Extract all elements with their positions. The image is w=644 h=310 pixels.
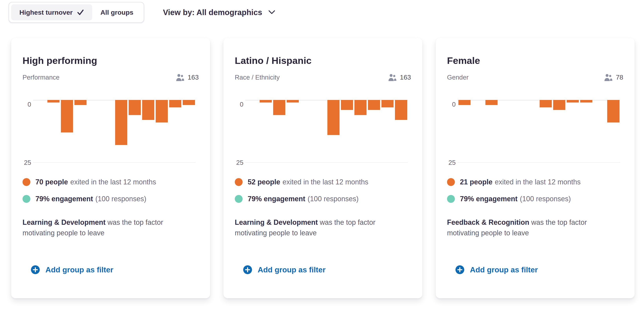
group-card-high-performing: High performing Performance 163 0 25 70 … [11,38,210,298]
exit-count-bar [567,100,579,103]
exits-legend-row: 21 people exited in the last 12 months [447,178,623,186]
exits-bar-chart: 0 25 [235,100,411,168]
exit-count-bar [287,100,299,103]
exits-text: exited in the last 12 months [282,178,368,186]
bar-slot [326,100,340,135]
bar-slot [128,100,141,115]
exit-count-bar [341,100,353,110]
group-category: Race / Ethnicity [235,74,280,81]
exit-count-bar [260,100,272,103]
exits-text: exited in the last 12 months [70,178,156,186]
exit-count-bar [540,100,552,107]
group-category: Gender [447,74,468,81]
tab-all-groups-label: All groups [100,9,133,16]
bar-slot [458,100,471,105]
add-group-as-filter-label: Add group as filter [46,265,113,274]
bar-slot [566,100,580,103]
group-title: High performing [22,55,199,67]
legend: 21 people exited in the last 12 months 7… [447,178,623,203]
plus-circle-icon [243,265,252,274]
y-tick-25: 25 [447,159,456,166]
bar-slot [272,100,286,115]
group-meta-row: Gender 78 [447,73,623,82]
group-view-segmented-control: Highest turnover All groups [8,2,144,23]
exit-count-bar [607,100,619,122]
plus-circle-icon [455,265,464,274]
toolbar: Highest turnover All groups View by: All… [8,2,644,23]
group-card-latino-hispanic: Latino / Hispanic Race / Ethnicity 163 0… [224,38,422,298]
engagement-value: 79% engagement [248,195,305,203]
group-size: 163 [388,73,411,82]
add-group-as-filter-button[interactable]: Add group as filter [31,265,113,274]
y-tick-0: 0 [235,101,244,108]
engagement-responses: (100 responses) [308,195,358,203]
exits-bar-chart: 0 25 [447,100,623,168]
exits-legend-row: 52 people exited in the last 12 months [235,178,411,186]
people-icon [604,73,613,82]
exit-count-bar [382,100,394,107]
legend: 52 people exited in the last 12 months 7… [235,178,411,203]
bars [33,100,196,163]
engagement-responses: (100 responses) [520,195,571,203]
exits-count: 52 people [248,178,280,186]
exit-count-bar [458,100,470,105]
exit-count-bar [129,100,141,115]
add-group-as-filter-button[interactable]: Add group as filter [243,265,326,274]
plus-circle-icon [31,265,40,274]
legend: 70 people exited in the last 12 months 7… [22,178,199,203]
bar-slot [367,100,381,110]
bars [458,100,620,163]
bar-slot [182,100,196,105]
bar-slot [259,100,272,103]
exit-count-bar [61,100,73,132]
bars [245,100,408,163]
exits-count: 70 people [36,178,68,186]
bar-slot [539,100,552,107]
exits-dot-icon [22,178,30,186]
y-tick-0: 0 [447,101,456,108]
exit-count-bar [142,100,154,120]
exit-count-bar [183,100,195,105]
bar-slot [354,100,367,115]
tab-all-groups[interactable]: All groups [92,4,142,20]
exit-count-bar [273,100,285,115]
bar-slot [286,100,300,103]
tab-highest-turnover[interactable]: Highest turnover [11,4,92,20]
y-tick-25: 25 [22,159,31,166]
people-icon [388,73,397,82]
exit-count-bar [368,100,380,110]
engagement-responses: (100 responses) [95,195,146,203]
exit-count-bar [48,100,60,103]
exit-count-bar [328,100,340,135]
bar-slot [606,100,620,122]
engagement-value: 79% engagement [36,195,93,203]
engagement-dot-icon [22,195,30,203]
bar-slot [60,100,74,132]
group-meta-row: Race / Ethnicity 163 [235,73,411,82]
bar-slot [580,100,593,103]
exit-count-bar [156,100,168,122]
exits-dot-icon [447,178,455,186]
exits-count: 21 people [460,178,492,186]
exit-count-bar [553,100,565,110]
add-group-as-filter-label: Add group as filter [258,265,326,274]
add-group-as-filter-label: Add group as filter [470,265,538,274]
view-by-dropdown[interactable]: View by: All demographics [163,8,276,17]
y-tick-0: 0 [22,101,31,108]
add-group-as-filter-button[interactable]: Add group as filter [455,265,538,274]
bar-slot [484,100,498,105]
group-card-female: Female Gender 78 0 25 21 people e [436,38,634,298]
exits-text: exited in the last 12 months [495,178,580,186]
top-factor-name: Feedback & Recognition [447,218,529,226]
bar-slot [46,100,60,103]
exits-bar-chart: 0 25 [22,100,199,168]
bar-slot [340,100,354,110]
exit-count-bar [115,100,127,145]
bar-slot [74,100,87,105]
exit-count-bar [354,100,366,115]
check-icon [77,9,84,16]
people-count: 78 [616,74,623,81]
top-factor-insight: Learning & Development was the top facto… [235,217,376,238]
top-factor-name: Learning & Development [22,218,106,226]
group-size: 163 [176,73,199,82]
